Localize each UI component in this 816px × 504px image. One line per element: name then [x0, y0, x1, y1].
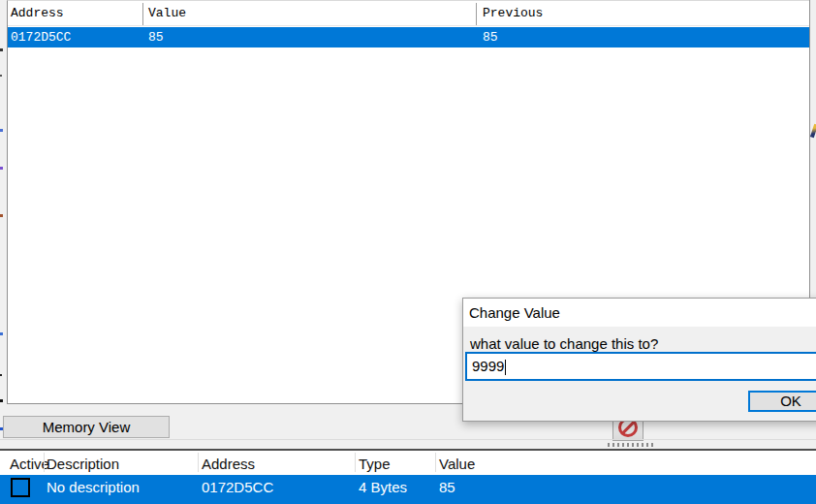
column-divider[interactable]	[198, 453, 199, 472]
splitter-grip[interactable]	[608, 443, 656, 447]
column-divider[interactable]	[355, 453, 356, 472]
row-value: 85	[439, 479, 455, 495]
dialog-titlebar[interactable]: Change Value	[463, 299, 816, 327]
ok-button[interactable]: OK	[748, 391, 816, 412]
column-header-previous[interactable]: Previous	[483, 6, 543, 20]
scan-row-value: 85	[148, 27, 164, 47]
row-description: No description	[47, 479, 140, 495]
text-caret	[505, 360, 506, 375]
column-header-value[interactable]: Value	[439, 456, 475, 472]
column-divider[interactable]	[44, 453, 45, 472]
change-value-dialog: Change Value what value to change this t…	[462, 298, 816, 422]
column-header-address[interactable]: Address	[11, 6, 64, 20]
clipped-background-icon	[810, 124, 816, 139]
scan-row-previous: 85	[483, 27, 498, 47]
column-divider[interactable]	[476, 3, 477, 25]
row-address: 0172D5CC	[202, 479, 273, 495]
dialog-prompt: what value to change this to?	[470, 335, 658, 352]
splitter-edge	[0, 439, 816, 440]
row-type: 4 Bytes	[359, 479, 407, 495]
column-header-type[interactable]: Type	[359, 456, 391, 472]
value-input[interactable]: 9999	[465, 352, 816, 381]
scan-results-header: Address Value Previous	[8, 1, 809, 26]
address-list-panel: Active Description Address Type Value No…	[0, 451, 816, 504]
column-header-description[interactable]: Description	[47, 456, 119, 472]
address-list-row-selected[interactable]: No description 0172D5CC 4 Bytes 85	[0, 475, 816, 504]
memory-view-button[interactable]: Memory View	[3, 416, 170, 438]
dialog-title: Change Value	[469, 304, 560, 321]
cheat-engine-window: Address Value Previous 0172D5CC 85 85 Me…	[0, 0, 816, 504]
column-header-value[interactable]: Value	[148, 6, 186, 20]
value-input-text: 9999	[472, 358, 504, 374]
active-checkbox[interactable]	[11, 478, 30, 497]
scan-row-address: 0172D5CC	[11, 27, 71, 47]
column-header-address[interactable]: Address	[202, 456, 255, 472]
column-divider[interactable]	[142, 3, 143, 25]
column-divider[interactable]	[435, 453, 436, 472]
scan-result-row-selected[interactable]: 0172D5CC 85 85	[8, 27, 809, 47]
